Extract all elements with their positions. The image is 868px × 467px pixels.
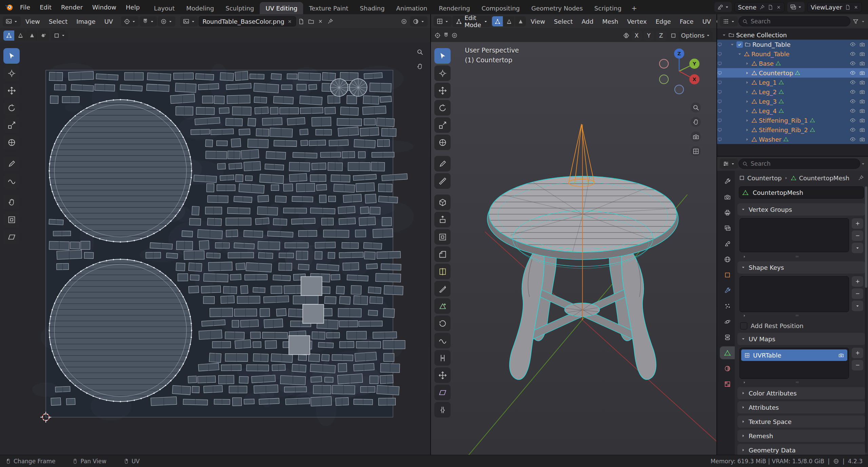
uv-menu-select[interactable]: Select <box>45 14 72 28</box>
tab-modifiers[interactable] <box>720 284 735 297</box>
tab-compositing[interactable]: Compositing <box>476 2 526 14</box>
camera-view-icon[interactable] <box>691 131 701 142</box>
uv-sync-select-icon[interactable] <box>401 18 407 25</box>
sticky-select-button[interactable] <box>51 31 68 41</box>
shape-key-specials-button[interactable] <box>852 301 863 311</box>
list-filter-icon[interactable] <box>742 313 747 318</box>
outliner-row-countertop[interactable]: Countertop <box>717 68 868 78</box>
list-filter-icon[interactable] <box>742 255 747 259</box>
outliner-row-leg-2[interactable]: Leg_2 <box>717 87 868 97</box>
outliner-row-object-round-table[interactable]: Round_Table <box>717 49 868 59</box>
tool-annotate-button[interactable] <box>3 156 20 171</box>
v3d-menu-uv[interactable]: UV <box>698 14 715 28</box>
expand-icon[interactable] <box>737 52 742 57</box>
outliner-row-collection-round-table[interactable]: Round_Table <box>717 40 868 49</box>
uv-map-item[interactable]: UVRTable <box>741 349 847 361</box>
shape-keys-panel-header[interactable]: Shape Keys <box>737 261 865 273</box>
filter-icon[interactable] <box>852 18 859 25</box>
color-attributes-panel-header[interactable]: Color Attributes <box>737 387 865 399</box>
pan-hand-icon[interactable] <box>691 117 701 127</box>
eye-icon[interactable] <box>850 117 856 123</box>
outliner-row-washer[interactable]: Washer <box>717 135 868 144</box>
expand-icon[interactable] <box>745 89 750 95</box>
pin-icon[interactable] <box>858 175 864 181</box>
expand-icon[interactable] <box>730 42 735 47</box>
v3d-menu-edge[interactable]: Edge <box>651 14 675 28</box>
options-dropdown[interactable]: Options <box>678 31 713 41</box>
tab-physics[interactable] <box>720 315 735 328</box>
tab-geometry-nodes[interactable]: Geometry Nodes <box>526 2 589 14</box>
tool-rip-region-button[interactable] <box>434 402 451 418</box>
list-resize-grip-icon[interactable] <box>794 313 801 318</box>
uv-select-edge-button[interactable] <box>15 31 26 41</box>
tab-tool[interactable] <box>720 175 735 188</box>
menu-edit[interactable]: Edit <box>35 2 56 12</box>
tool-shrink-fatten-button[interactable] <box>434 367 451 383</box>
tool-shear-button[interactable] <box>434 385 451 400</box>
add-rest-position-checkbox[interactable] <box>740 322 747 329</box>
uv-maps-panel-header[interactable]: UV Maps <box>737 333 865 345</box>
uv-menu-view[interactable]: View <box>21 14 44 28</box>
menu-render[interactable]: Render <box>57 2 87 12</box>
vertex-groups-panel-header[interactable]: Vertex Groups <box>737 203 865 216</box>
v3d-menu-mesh[interactable]: Mesh <box>598 14 622 28</box>
tab-animation[interactable]: Animation <box>390 2 433 14</box>
outliner-search[interactable] <box>738 16 850 26</box>
pin-icon[interactable] <box>759 4 765 10</box>
tab-scripting[interactable]: Scripting <box>589 2 627 14</box>
tool-bevel-button[interactable] <box>434 246 451 262</box>
outliner-row-base[interactable]: Base <box>717 59 868 68</box>
tool-move-button[interactable] <box>3 83 20 98</box>
tab-object-data[interactable] <box>720 346 735 359</box>
remesh-panel-header[interactable]: Remesh <box>737 430 865 442</box>
tool-minimize-stretch-button[interactable] <box>3 229 20 245</box>
tab-texture-paint[interactable]: Texture Paint <box>303 2 354 14</box>
texture-space-panel-header[interactable]: Texture Space <box>737 415 865 428</box>
mode-selector[interactable]: Edit Mode <box>452 16 491 27</box>
close-icon[interactable] <box>776 5 781 10</box>
expand-icon[interactable] <box>745 70 750 76</box>
list-filter-icon[interactable] <box>742 380 747 385</box>
camera-icon[interactable] <box>859 136 865 142</box>
select-edge-button[interactable] <box>504 16 514 26</box>
camera-icon[interactable] <box>859 127 865 133</box>
breadcrumb-object[interactable]: Countertop <box>747 175 782 182</box>
vertex-groups-list[interactable] <box>739 218 849 252</box>
tool-tweak-button[interactable] <box>3 48 20 64</box>
breadcrumb-data[interactable]: CountertopMesh <box>799 175 849 182</box>
camera-icon[interactable] <box>859 79 865 85</box>
tab-scene[interactable] <box>720 237 735 250</box>
tab-rendering[interactable]: Rendering <box>433 2 476 14</box>
camera-icon[interactable] <box>859 70 865 76</box>
tab-view-layer[interactable] <box>720 222 735 235</box>
outliner-search-input[interactable] <box>751 18 847 25</box>
blender-logo-icon[interactable] <box>3 2 15 12</box>
tool-knife-button[interactable] <box>434 281 451 297</box>
uv-menu-image[interactable]: Image <box>72 14 99 28</box>
tool-edge-slide-button[interactable] <box>434 350 451 366</box>
mirror-y-button[interactable]: Y <box>644 31 654 40</box>
v3d-menu-vertex[interactable]: Vertex <box>623 14 651 28</box>
eye-icon[interactable] <box>850 79 856 85</box>
uv-render-camera-icon[interactable] <box>838 352 844 358</box>
expand-icon[interactable] <box>745 127 750 133</box>
tool-cursor-button[interactable] <box>3 65 20 81</box>
tool-extrude-button[interactable] <box>434 212 451 227</box>
open-image-icon[interactable] <box>308 18 314 25</box>
expand-icon[interactable] <box>745 137 750 142</box>
expand-icon[interactable] <box>722 33 727 38</box>
tab-texture[interactable] <box>720 378 735 390</box>
menu-window[interactable]: Window <box>88 2 121 12</box>
new-scene-icon[interactable] <box>768 4 773 10</box>
eye-icon[interactable] <box>850 136 856 142</box>
properties-scrollbar[interactable] <box>865 186 867 453</box>
select-face-button[interactable] <box>515 16 526 26</box>
editor-type-button[interactable] <box>720 16 738 26</box>
expand-icon[interactable] <box>745 80 750 85</box>
outliner-row-scene-collection[interactable]: Scene Collection <box>717 30 868 40</box>
expand-icon[interactable] <box>745 108 750 114</box>
tool-rotate-button[interactable] <box>3 100 20 116</box>
uv-select-vertex-button[interactable] <box>3 31 14 41</box>
unlink-image-icon[interactable] <box>287 19 292 24</box>
snapping-button[interactable] <box>139 16 157 26</box>
